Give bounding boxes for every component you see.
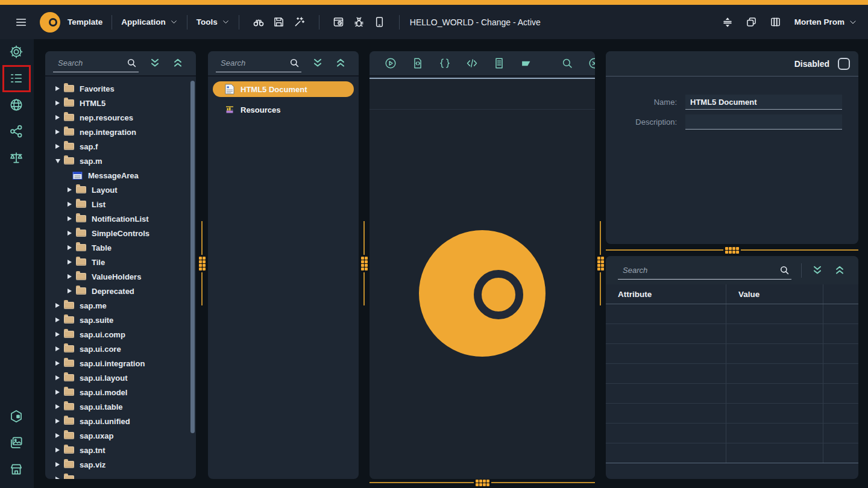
tree-item[interactable]: nep.resources [45, 110, 196, 125]
expand-all-icon[interactable] [148, 57, 162, 70]
panel-resize-handle[interactable] [197, 221, 207, 305]
globe-icon[interactable] [8, 97, 25, 114]
theme-swatch-icon[interactable] [520, 57, 533, 70]
collapse-all-icon[interactable] [171, 57, 184, 70]
disabled-checkbox[interactable] [838, 58, 850, 70]
attributes-search-input[interactable] [618, 266, 779, 275]
tree-item[interactable]: sap.suite [45, 313, 196, 327]
tree-item[interactable]: sap.tnt [45, 443, 196, 457]
caret-right-icon[interactable] [55, 361, 64, 366]
tree-item[interactable]: Favorites [45, 81, 196, 96]
user-menu[interactable]: Morten Prom [794, 17, 857, 27]
expand-all-icon[interactable] [811, 264, 824, 277]
tree-item[interactable]: Tile [45, 255, 196, 269]
tree-item[interactable]: ValueHolders [45, 269, 196, 284]
split-view-icon[interactable] [717, 12, 738, 33]
caret-right-icon[interactable] [68, 231, 76, 236]
tree-item[interactable]: SimpleControls [45, 226, 196, 240]
caret-right-icon[interactable] [68, 187, 76, 192]
tree-item[interactable]: sap.viz [45, 457, 196, 472]
caret-right-icon[interactable] [55, 346, 64, 351]
duplicate-icon[interactable] [741, 12, 762, 33]
caret-right-icon[interactable] [68, 216, 76, 221]
menu-icon[interactable] [11, 12, 31, 33]
collapse-all-icon[interactable] [334, 57, 347, 70]
package-icon[interactable] [8, 408, 25, 425]
tree-item[interactable]: Deprecated [45, 284, 196, 298]
scales-icon[interactable] [8, 150, 25, 167]
caret-right-icon[interactable] [55, 115, 64, 120]
braces-icon[interactable] [438, 57, 451, 70]
caret-down-icon[interactable] [55, 159, 64, 163]
save-icon[interactable] [269, 12, 289, 33]
debug-icon[interactable] [349, 12, 370, 33]
tree-item[interactable]: sap.ui.integration [45, 356, 196, 371]
outline-search-input[interactable] [216, 58, 289, 67]
caret-right-icon[interactable] [55, 130, 64, 134]
outline-item-selected[interactable]: HTML5 Document [213, 81, 354, 97]
application-menu[interactable]: Application [121, 17, 178, 27]
tree-item[interactable]: sap.ui.core [45, 342, 196, 356]
caret-right-icon[interactable] [55, 144, 64, 149]
caret-right-icon[interactable] [55, 375, 64, 380]
panel-resize-handle[interactable] [606, 245, 858, 255]
tree-item[interactable]: NotificationList [45, 211, 196, 226]
share-icon[interactable] [8, 124, 25, 140]
caret-right-icon[interactable] [55, 303, 64, 308]
tree-item[interactable]: nep.integration [45, 125, 196, 139]
tree-item[interactable]: HTML5 [45, 96, 196, 110]
tree-item[interactable]: sap.me [45, 298, 196, 313]
caret-right-icon[interactable] [68, 274, 76, 279]
caret-right-icon[interactable] [55, 404, 64, 409]
tree-item[interactable]: sap.f [45, 139, 196, 154]
caret-right-icon[interactable] [55, 101, 64, 105]
tree-item[interactable]: sap.m [45, 154, 196, 168]
name-input[interactable] [685, 95, 842, 110]
document-icon[interactable] [492, 57, 506, 70]
tree-item[interactable]: sap.uxap [45, 428, 196, 443]
run-icon[interactable] [384, 57, 397, 70]
search-icon[interactable] [561, 57, 574, 70]
tree-item[interactable]: sap.ui.layout [45, 371, 196, 385]
outline-search[interactable] [216, 54, 301, 72]
mobile-preview-icon[interactable] [370, 12, 390, 33]
caret-right-icon[interactable] [55, 477, 64, 479]
attributes-search[interactable] [618, 261, 791, 280]
caret-right-icon[interactable] [55, 332, 64, 337]
binoculars-icon[interactable] [248, 12, 269, 33]
close-circle-icon[interactable] [588, 57, 595, 70]
caret-right-icon[interactable] [68, 202, 76, 207]
tree-item[interactable]: List [45, 197, 196, 211]
tree-item[interactable]: Layout [45, 183, 196, 197]
tree-item[interactable]: sap.ui.table [45, 399, 196, 414]
tree-item[interactable]: sap.ui.comp [45, 327, 196, 342]
media-gallery-icon[interactable] [8, 435, 25, 452]
tree-item[interactable] [45, 472, 196, 479]
file-code-icon[interactable] [411, 57, 424, 70]
canvas-body[interactable] [370, 78, 595, 479]
caret-right-icon[interactable] [55, 462, 64, 467]
caret-right-icon[interactable] [55, 419, 64, 424]
neptune-logo[interactable] [40, 12, 60, 33]
palette-search-input[interactable] [53, 58, 126, 67]
code-icon[interactable] [465, 57, 479, 70]
scrollbar-thumb[interactable] [190, 81, 195, 433]
tree-item[interactable]: MessageArea [45, 168, 196, 183]
app-history-icon[interactable] [329, 12, 349, 33]
tree-item[interactable]: sap.ui.unified [45, 414, 196, 428]
panel-resize-handle[interactable] [359, 221, 369, 305]
palette-search[interactable] [53, 54, 139, 72]
tools-menu[interactable]: Tools [197, 17, 230, 27]
caret-right-icon[interactable] [55, 390, 64, 395]
description-input[interactable] [685, 114, 842, 130]
caret-right-icon[interactable] [55, 448, 64, 452]
magic-wand-icon[interactable] [289, 12, 310, 33]
caret-right-icon[interactable] [68, 260, 76, 264]
panel-resize-handle[interactable] [370, 478, 595, 487]
caret-right-icon[interactable] [55, 318, 64, 322]
store-icon[interactable] [8, 461, 25, 478]
tree-item[interactable]: Table [45, 240, 196, 255]
caret-right-icon[interactable] [68, 289, 76, 293]
columns-icon[interactable] [766, 12, 786, 33]
panel-resize-handle[interactable] [596, 221, 605, 305]
